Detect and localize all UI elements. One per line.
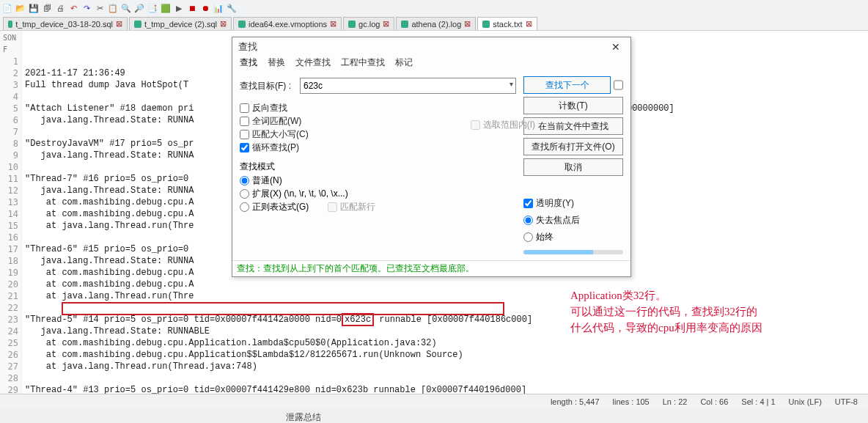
main-toolbar: 📄 📂 💾 🗐 🖨 ↶ ↷ ✂ 📋 🔍 🔎 📑 🟩 ▶ ⏹ ⏺ 📊 🔧 [0,0,868,16]
editor-tab[interactable]: t_tmp_device_03-18-20.sql⊠ [3,17,128,30]
sb-ln: Ln : 22 [663,397,688,406]
editor-tab[interactable]: idea64.exe.vmoptions⊠ [233,17,342,30]
tb-icon[interactable]: ✂ [94,2,106,14]
code-line [25,372,865,384]
tb-icon[interactable]: ⏺ [199,2,211,14]
dialog-tab-findproj[interactable]: 工程中查找 [341,56,385,69]
chk-reverse[interactable] [240,103,249,113]
annotation: Application类32行。 可以通过这一行的代码，查找到32行的 什么代码… [570,287,762,336]
close-icon[interactable]: ⊠ [526,19,532,29]
status-bar: length : 5,447 lines : 105 Ln : 22 Col :… [0,394,868,408]
btn-all-files[interactable]: 查找所有打开文件(O) [523,138,623,155]
tab-label: gc.log [358,20,380,29]
chk-wrap[interactable] [240,143,249,152]
line-gutter: SON F 1234567891011121314151617181920212… [0,31,22,394]
chk-newline [328,202,337,212]
sb-eol: Unix (LF) [789,397,822,406]
tb-icon[interactable]: ↷ [81,2,92,14]
tb-icon[interactable]: 📋 [107,2,119,14]
tab-label: stack.txt [493,20,522,29]
sb-length: length : 5,447 [551,397,600,406]
file-icon [134,21,141,28]
btn-count[interactable]: 计数(T) [523,97,623,114]
rad-normal[interactable] [240,176,249,185]
btn-in-file[interactable]: 在当前文件中查找 [523,117,623,135]
sb-enc: UTF-8 [835,397,858,406]
tb-icon[interactable]: 🔍 [120,2,132,14]
mode-group-label: 查找模式 [240,161,516,173]
sb-col: Col : 66 [700,397,728,406]
dialog-title: 查找 [238,40,257,54]
rad-trans-lose[interactable] [523,216,533,225]
close-icon[interactable]: ⊠ [220,19,227,29]
highlight-nid: x623c [342,313,374,326]
chk-transparency[interactable] [523,199,533,208]
close-icon[interactable]: ⊠ [464,19,471,29]
editor-tab[interactable]: t_tmp_device (2).sql⊠ [129,17,232,30]
tb-icon[interactable]: 🔧 [226,2,238,14]
tb-icon[interactable]: 🖨 [54,2,66,14]
close-icon[interactable]: ⊠ [383,19,389,29]
find-target-label: 查找目标(F) : [240,80,300,92]
sb-lines: lines : 105 [613,397,650,406]
close-icon[interactable]: ✕ [607,41,625,53]
tab-label: idea64.exe.vmoptions [249,20,327,29]
dialog-status: 查找：查找到从上到下的首个匹配项。已查找至文档最底部。 [232,260,630,276]
dialog-tab-find[interactable]: 查找 [240,56,257,69]
tb-icon[interactable]: 📊 [213,2,224,14]
tb-icon[interactable]: 📄 [1,2,13,14]
close-icon[interactable]: ⊠ [116,19,122,29]
code-line: at com.mashibing.debug.cpu.Application$$… [25,349,865,361]
dialog-tabs: 查找 替换 文件查找 工程中查找 标记 [232,56,630,72]
editor-tab[interactable]: gc.log⊠ [343,17,394,30]
tab-label: t_tmp_device (2).sql [144,20,217,29]
file-icon [401,21,408,28]
tb-icon[interactable]: ↶ [67,2,79,14]
dialog-tab-findfiles[interactable]: 文件查找 [295,56,331,69]
tb-icon[interactable]: 🔎 [133,2,145,14]
tb-icon[interactable]: 📂 [15,2,26,14]
chk-wholeword[interactable] [240,117,249,126]
code-line: "Thread-4" #13 prio=5 os_prio=0 tid=0x00… [25,384,865,394]
sb-sel: Sel : 4 | 1 [741,397,775,406]
editor-tab[interactable]: stack.txt⊠ [477,17,537,30]
chk-next-aux[interactable] [614,76,623,94]
tab-label: t_tmp_device_03-18-20.sql [15,20,113,29]
tab-label: athena (2).log [411,20,461,29]
file-icon [482,21,490,28]
dialog-tab-mark[interactable]: 标记 [395,56,413,69]
find-dialog: 查找 ✕ 查找 替换 文件查找 工程中查找 标记 查找目标(F) : ▾ 反向查… [232,37,631,277]
file-icon [348,21,356,28]
chk-matchcase[interactable] [240,130,249,139]
gutter-head: SON F [3,32,18,56]
file-icon [8,21,12,28]
transparency-slider[interactable] [523,250,623,254]
code-line: at com.mashibing.debug.cpu.Application.l… [25,337,865,349]
editor-tabstrip: t_tmp_device_03-18-20.sql⊠t_tmp_device (… [0,16,868,31]
rad-trans-always[interactable] [523,232,533,242]
editor-tab[interactable]: athena (2).log⊠ [396,17,476,30]
tb-icon[interactable]: 💾 [28,2,40,14]
close-icon[interactable]: ⊠ [330,19,336,29]
tb-icon[interactable]: 🗐 [41,2,53,14]
file-icon [238,21,246,28]
rad-extend[interactable] [240,189,249,199]
tb-icon[interactable]: 🟩 [160,2,172,14]
tb-icon[interactable]: 📑 [147,2,158,14]
rad-regex[interactable] [240,202,249,212]
find-target-input[interactable] [300,78,516,94]
tb-icon[interactable]: ▶ [173,2,185,14]
btn-cancel[interactable]: 取消 [523,158,623,176]
code-line: at java.lang.Thread.run(Thread.java:748) [25,361,865,372]
btn-find-next[interactable]: 查找下一个 [523,76,611,94]
tb-icon[interactable]: ⏹ [186,2,198,14]
dialog-tab-replace[interactable]: 替换 [268,56,285,69]
below-content: 泄露总结 4.3.4 MySQL连接配置引起的应 [0,408,868,423]
chk-scope [471,120,480,130]
